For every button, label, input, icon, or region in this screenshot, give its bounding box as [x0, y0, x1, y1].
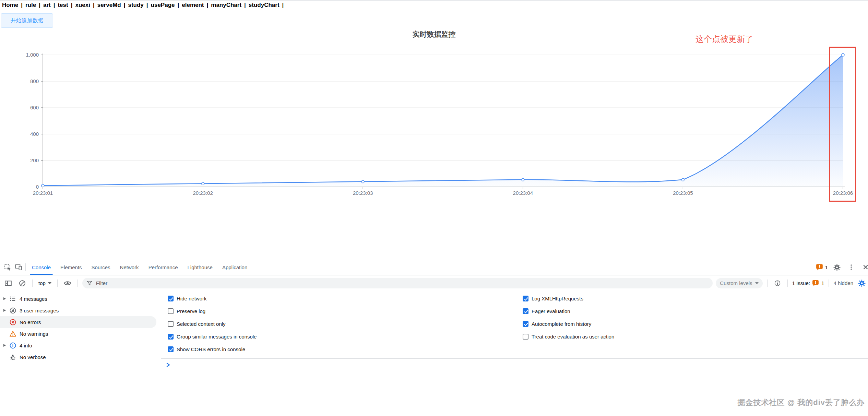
nav-link[interactable]: study — [128, 2, 151, 8]
issues-count: 1 — [821, 280, 824, 286]
svg-text:20:23:02: 20:23:02 — [193, 190, 213, 196]
sidebar-item-errors[interactable]: No errors — [0, 316, 156, 328]
chart-title: 实时数据监控 — [413, 29, 456, 39]
checkbox-label: Treat code evaluation as user action — [532, 334, 614, 340]
nav-link[interactable]: manyChart — [211, 2, 249, 8]
svg-text:0: 0 — [36, 184, 39, 190]
context-selector[interactable]: top — [37, 280, 53, 286]
sidebar-item-verbose[interactable]: No verbose — [0, 351, 161, 363]
info-circle-icon[interactable] — [772, 278, 783, 289]
checkbox-label: Eager evaluation — [532, 308, 570, 314]
console-sidebar-toggle-icon[interactable] — [3, 278, 14, 289]
more-options-icon[interactable] — [846, 262, 857, 273]
console-prompt-chevron-icon — [166, 362, 171, 367]
checkbox-label: Show CORS errors in console — [177, 346, 245, 352]
checkbox[interactable] — [523, 296, 528, 301]
checkbox-label: Group similar messages in console — [177, 334, 257, 340]
devtools-tab[interactable]: Application — [217, 259, 252, 275]
live-expression-eye-icon[interactable] — [62, 278, 73, 289]
divider — [57, 280, 58, 287]
nav-link[interactable]: test — [58, 2, 75, 8]
devtools-tab[interactable]: Network — [115, 259, 144, 275]
console-setting-row[interactable]: Log XMLHttpRequests — [523, 292, 868, 305]
devtools-tab[interactable]: Console — [27, 259, 56, 275]
console-prompt[interactable] — [161, 359, 868, 367]
divider — [25, 263, 26, 271]
nav-link[interactable]: element — [182, 2, 211, 8]
divider — [32, 280, 33, 287]
devtools-tab[interactable]: Sources — [87, 259, 115, 275]
svg-text:1,000: 1,000 — [26, 52, 39, 58]
checkbox[interactable] — [168, 346, 174, 352]
svg-text:600: 600 — [30, 105, 39, 110]
devtools-tab[interactable]: Elements — [56, 259, 87, 275]
console-setting-row[interactable]: Treat code evaluation as user action — [523, 330, 868, 343]
console-setting-row[interactable]: Group similar messages in console — [168, 330, 523, 343]
close-devtools-icon[interactable] — [860, 262, 868, 273]
checkbox[interactable] — [168, 321, 174, 327]
nav-link[interactable]: art — [43, 2, 58, 8]
console-setting-row[interactable]: Hide network — [168, 292, 523, 305]
issue-bubble-icon — [816, 264, 823, 271]
sidebar-item-warnings[interactable]: No warnings — [0, 328, 161, 340]
console-setting-row[interactable]: Preserve log — [168, 305, 523, 318]
device-toolbar-icon[interactable] — [13, 262, 24, 273]
updated-point-highlight-box — [829, 47, 856, 202]
nav-link[interactable]: Home — [2, 2, 25, 8]
page: HomerulearttestxuexiserveMdstudyusePagee… — [0, 0, 868, 416]
nav-link[interactable]: studyChart — [249, 2, 287, 8]
divider — [787, 280, 788, 287]
bug-icon — [9, 353, 16, 361]
console-sidebar: 4 messages 3 user messages — [0, 291, 161, 416]
checkbox[interactable] — [523, 334, 528, 340]
console-setting-row[interactable]: Autocomplete from history — [523, 318, 868, 330]
nav-link[interactable]: usePage — [151, 2, 182, 8]
nav-link[interactable]: serveMd — [97, 2, 128, 8]
nav-link[interactable]: xuexi — [75, 2, 97, 8]
sidebar-item-label: No verbose — [20, 354, 46, 360]
watermark: 掘金技术社区 @ 我的div丢了肿么办 — [738, 397, 865, 408]
append-data-button[interactable]: 开始追加数据 — [1, 13, 53, 28]
sidebar-item-label: No warnings — [20, 331, 48, 337]
sidebar-item-user-messages[interactable]: 3 user messages — [0, 305, 161, 316]
checkbox-label: Autocomplete from history — [532, 321, 591, 327]
devtools-tabs: ConsoleElementsSourcesNetworkPerformance… — [27, 259, 252, 275]
devtools-tab[interactable]: Performance — [144, 259, 183, 275]
inspect-element-icon[interactable] — [2, 262, 13, 273]
sidebar-item-info[interactable]: 4 info — [0, 340, 161, 351]
filter-input[interactable] — [95, 280, 709, 286]
checkbox[interactable] — [523, 308, 528, 314]
issues-badge[interactable]: 1 — [816, 264, 828, 271]
checkbox[interactable] — [523, 321, 528, 327]
console-settings-gear-icon[interactable] — [856, 278, 867, 289]
checkbox[interactable] — [168, 296, 174, 301]
console-setting-row[interactable]: Selected context only — [168, 318, 523, 330]
console-settings: Hide network Preserve log Selected conte… — [161, 291, 868, 356]
divider — [829, 280, 829, 287]
console-setting-row[interactable]: Show CORS errors in console — [168, 343, 523, 356]
checkbox[interactable] — [168, 334, 174, 340]
hidden-messages-label[interactable]: 4 hidden — [833, 280, 853, 286]
expand-arrow-icon[interactable] — [0, 344, 9, 347]
filter-funnel-icon — [86, 280, 93, 286]
checkbox[interactable] — [168, 308, 174, 314]
custom-levels-dropdown[interactable]: Custom levels — [716, 278, 762, 288]
custom-levels-label: Custom levels — [720, 280, 752, 286]
sidebar-item-messages[interactable]: 4 messages — [0, 293, 161, 305]
console-setting-row[interactable]: Eager evaluation — [523, 305, 868, 318]
messages-list-icon — [9, 295, 16, 302]
console-filter-box[interactable] — [82, 278, 713, 288]
devtools-tab[interactable]: Lighthouse — [183, 259, 217, 275]
svg-text:20:23:05: 20:23:05 — [673, 190, 693, 196]
settings-gear-icon[interactable] — [831, 262, 842, 273]
issues-status[interactable]: 1 Issue: 1 — [792, 280, 824, 286]
clear-console-icon[interactable] — [17, 278, 28, 289]
checkbox-label: Selected context only — [177, 321, 226, 327]
svg-text:800: 800 — [30, 78, 39, 84]
expand-arrow-icon[interactable] — [0, 297, 9, 300]
sidebar-item-label: 4 info — [20, 343, 32, 348]
expand-arrow-icon[interactable] — [0, 309, 9, 312]
devtools-tabbar: ConsoleElementsSourcesNetworkPerformance… — [0, 259, 868, 275]
info-icon — [9, 342, 16, 349]
nav-link[interactable]: rule — [25, 2, 43, 8]
